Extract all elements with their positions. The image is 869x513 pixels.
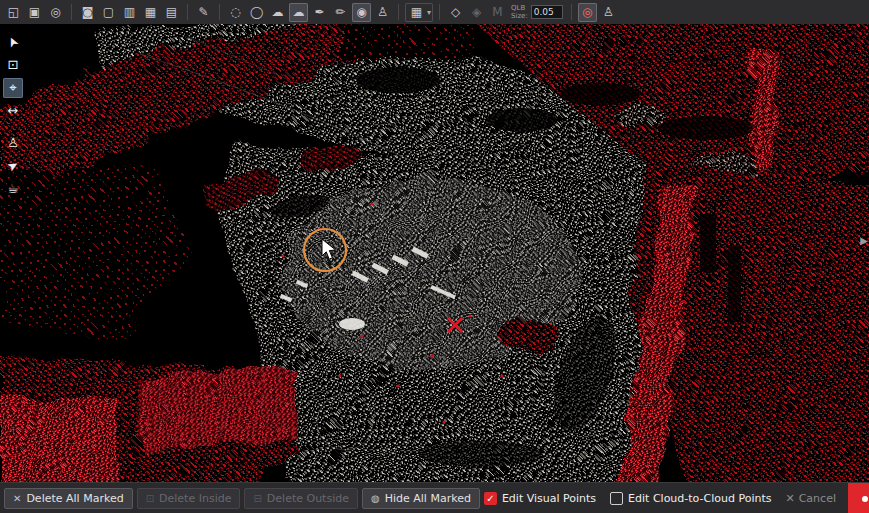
cancel-button[interactable]: ✕ Cancel xyxy=(785,492,835,505)
delete-all-marked-label: Delete All Marked xyxy=(26,492,123,505)
model-camera-icon[interactable]: M xyxy=(488,3,507,22)
find-pano-icon[interactable]: ◎ xyxy=(578,3,597,22)
edit-cloud-to-cloud-checkbox[interactable]: Edit Cloud-to-Cloud Points xyxy=(610,492,771,505)
pano-person-icon[interactable]: ♙ xyxy=(599,3,618,22)
edit-visual-points-label: Edit Visual Points xyxy=(502,492,596,505)
delete-outside-icon: ⊟ xyxy=(253,493,261,504)
grid-view-icon: ▦ xyxy=(407,3,426,22)
delete-outside-button[interactable]: ⊟ Delete Outside xyxy=(244,488,358,509)
dual-view-icon[interactable]: ▥ xyxy=(120,3,139,22)
select-cursor-icon[interactable]: ➤ xyxy=(0,29,26,56)
qlb-size-group: QLB Size: xyxy=(511,4,563,20)
delete-outside-label: Delete Outside xyxy=(267,492,349,505)
pick-point-icon[interactable]: ⌖ xyxy=(3,78,23,98)
pano-view-icon[interactable]: ♙ xyxy=(3,133,23,153)
cloud-download-icon[interactable]: ☁ xyxy=(268,3,287,22)
panel-expand-arrow[interactable]: ▶ xyxy=(859,232,869,250)
close-icon: ✕ xyxy=(785,492,794,505)
overview-icon[interactable]: ◱ xyxy=(4,3,23,22)
dropper-icon[interactable]: ✒ xyxy=(310,3,329,22)
delete-inside-icon: ⊡ xyxy=(146,493,154,504)
navigate-icon[interactable]: ➤ xyxy=(0,152,27,179)
marquee-select-icon[interactable]: ⊡ xyxy=(3,55,23,75)
hide-all-marked-icon: ◍ xyxy=(371,493,380,504)
cancel-label: Cancel xyxy=(799,492,836,505)
zoom-region-icon[interactable]: ◎ xyxy=(46,3,65,22)
lasso-icon[interactable]: ◌ xyxy=(226,3,245,22)
point-cloud-viewport[interactable] xyxy=(0,24,869,482)
add-pano-icon[interactable]: ♙ xyxy=(373,3,392,22)
hide-all-marked-button[interactable]: ◍ Hide All Marked xyxy=(362,488,480,509)
single-view-icon[interactable]: ▢ xyxy=(99,3,118,22)
hide-all-marked-label: Hide All Marked xyxy=(385,492,471,505)
cube-camera-icon[interactable]: ◈ xyxy=(467,3,486,22)
measure-icon[interactable]: ↔ xyxy=(3,101,23,121)
delete-inside-label: Delete Inside xyxy=(159,492,231,505)
toolbar-separator xyxy=(439,4,440,20)
toolbar-separator xyxy=(71,4,72,20)
qlb-label-line2: Size: xyxy=(511,12,528,20)
toolbar-separator xyxy=(219,4,220,20)
checkbox-checked-icon: ✓ xyxy=(484,492,497,505)
app-window: ◱ ▣ ◎ ◙ ▢ ▥ ▦ ▤ ✎ ◌ ◯ ☁ ☁ ✒ ✏ ◉ ♙ ▦ ▾ ◇ … xyxy=(0,0,869,513)
edit-visual-points-checkbox[interactable]: ✓ Edit Visual Points xyxy=(484,492,596,505)
point-cloud-scene xyxy=(0,24,869,482)
toolbar-separator xyxy=(571,4,572,20)
delete-all-marked-icon: ✕ xyxy=(13,493,21,504)
optimize-bundle-button[interactable]: Optimize Bundle xyxy=(848,483,869,513)
quad-view-icon[interactable]: ▦ xyxy=(141,3,160,22)
qlb-size-input[interactable] xyxy=(531,5,563,19)
checkbox-unchecked-icon xyxy=(610,492,623,505)
chevron-down-icon: ▾ xyxy=(427,8,431,17)
film-strip-icon[interactable]: ▤ xyxy=(162,3,181,22)
capture-icon[interactable]: ▣ xyxy=(25,3,44,22)
toolbar-separator xyxy=(187,4,188,20)
brush-circle-icon[interactable]: ◯ xyxy=(247,3,266,22)
toolbar-separator xyxy=(398,4,399,20)
edit-cloud-to-cloud-label: Edit Cloud-to-Cloud Points xyxy=(628,492,771,505)
qlb-label-line1: QLB xyxy=(511,4,528,12)
location-pin-icon[interactable]: ◉ xyxy=(352,3,371,22)
marker-pen-icon[interactable]: ✎ xyxy=(194,3,213,22)
camera-icon[interactable]: ◙ xyxy=(78,3,97,22)
cloud-select-icon[interactable]: ☁ xyxy=(289,3,308,22)
pencil-icon[interactable]: ✏ xyxy=(331,3,350,22)
bundle-icon xyxy=(862,491,869,506)
cube-icon[interactable]: ◇ xyxy=(446,3,465,22)
top-toolbar: ◱ ▣ ◎ ◙ ▢ ▥ ▦ ▤ ✎ ◌ ◯ ☁ ☁ ✒ ✏ ◉ ♙ ▦ ▾ ◇ … xyxy=(0,0,869,24)
pour-icon[interactable]: ☕ xyxy=(3,179,23,199)
view-mode-dropdown[interactable]: ▦ ▾ xyxy=(405,3,433,22)
bottom-toolbar: ✕ Delete All Marked ⊡ Delete Inside ⊟ De… xyxy=(0,482,869,513)
delete-all-marked-button[interactable]: ✕ Delete All Marked xyxy=(4,488,133,509)
delete-inside-button[interactable]: ⊡ Delete Inside xyxy=(137,488,241,509)
left-toolbar: ➤ ⊡ ⌖ ↔ ♙ ➤ ☕ xyxy=(2,32,24,199)
qlb-size-label: QLB Size: xyxy=(511,4,528,20)
